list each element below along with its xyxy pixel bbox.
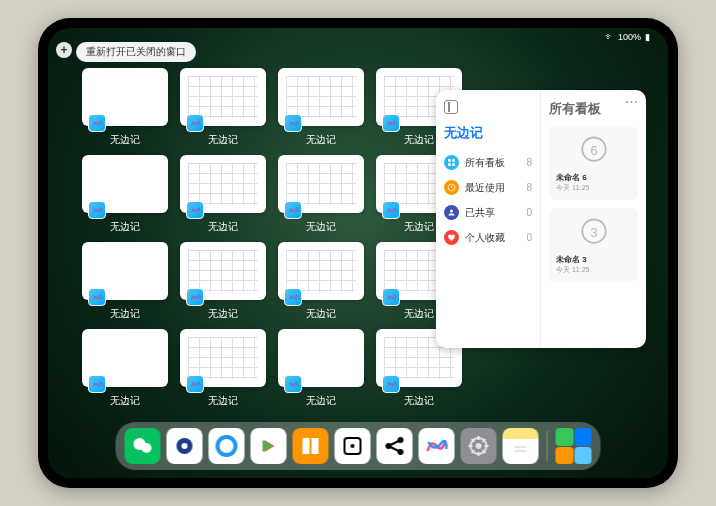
sketch-preview: 3 bbox=[575, 215, 613, 251]
sidebar-toggle-icon[interactable] bbox=[444, 100, 458, 114]
freeform-icon bbox=[382, 114, 400, 132]
sidebar-item[interactable]: 个人收藏0 bbox=[444, 225, 532, 250]
app-expose-grid: 无边记无边记无边记无边记无边记无边记无边记无边记无边记无边记无边记无边记无边记无… bbox=[82, 68, 462, 408]
freeform-icon bbox=[382, 288, 400, 306]
people-icon bbox=[444, 205, 459, 220]
freeform-icon bbox=[88, 375, 106, 393]
dock-app-freeform[interactable] bbox=[419, 428, 455, 464]
reopen-label: 重新打开已关闭的窗口 bbox=[86, 45, 186, 59]
thumbnail-preview bbox=[82, 68, 168, 126]
sidebar-item[interactable]: 已共享0 bbox=[444, 200, 532, 225]
svg-point-14 bbox=[218, 437, 236, 455]
window-thumbnail[interactable]: 无边记 bbox=[278, 68, 364, 147]
thumbnail-preview bbox=[82, 155, 168, 213]
dock-separator bbox=[547, 431, 548, 461]
add-button[interactable]: + bbox=[56, 42, 72, 58]
item-count: 8 bbox=[526, 182, 532, 193]
battery-label: 100% bbox=[618, 32, 641, 42]
thumbnail-preview bbox=[278, 329, 364, 387]
svg-text:3: 3 bbox=[590, 226, 597, 240]
dock-app-wechat[interactable] bbox=[125, 428, 161, 464]
svg-point-13 bbox=[182, 443, 188, 449]
dock-app-books[interactable] bbox=[293, 428, 329, 464]
thumbnail-preview bbox=[180, 242, 266, 300]
window-thumbnail[interactable]: 无边记 bbox=[82, 68, 168, 147]
window-thumbnail[interactable]: 无边记 bbox=[82, 329, 168, 408]
dock-app-youku[interactable] bbox=[251, 428, 287, 464]
dock-app-dice[interactable] bbox=[335, 428, 371, 464]
card-subtitle: 今天 11:25 bbox=[556, 265, 589, 275]
item-label: 所有看板 bbox=[465, 156, 505, 170]
screen: ᯤ 100% ▮ + 重新打开已关闭的窗口 无边记无边记无边记无边记无边记无边记… bbox=[48, 28, 668, 478]
svg-rect-2 bbox=[448, 163, 451, 166]
window-label: 无边记 bbox=[110, 220, 140, 234]
dock-app-notes[interactable] bbox=[503, 428, 539, 464]
board-card[interactable]: 6未命名 6今天 11:25 bbox=[549, 126, 638, 200]
window-label: 无边记 bbox=[306, 307, 336, 321]
freeform-icon bbox=[88, 201, 106, 219]
heart-icon bbox=[444, 230, 459, 245]
wifi-icon: ᯤ bbox=[605, 32, 614, 42]
window-label: 无边记 bbox=[404, 394, 434, 408]
freeform-icon bbox=[186, 201, 204, 219]
window-label: 无边记 bbox=[110, 307, 140, 321]
thumbnail-preview bbox=[180, 329, 266, 387]
clock-icon bbox=[444, 180, 459, 195]
freeform-icon bbox=[186, 288, 204, 306]
ipad-device: ᯤ 100% ▮ + 重新打开已关闭的窗口 无边记无边记无边记无边记无边记无边记… bbox=[38, 18, 678, 488]
window-thumbnail[interactable]: 无边记 bbox=[82, 155, 168, 234]
svg-point-5 bbox=[450, 210, 453, 213]
dock bbox=[116, 422, 601, 470]
sidebar-item[interactable]: 最近使用8 bbox=[444, 175, 532, 200]
board-card[interactable]: 3未命名 3今天 11:25 bbox=[549, 208, 638, 282]
thumbnail-preview bbox=[82, 242, 168, 300]
dock-app-qq-browser[interactable] bbox=[209, 428, 245, 464]
window-label: 无边记 bbox=[404, 133, 434, 147]
window-thumbnail[interactable]: 无边记 bbox=[180, 155, 266, 234]
window-label: 无边记 bbox=[110, 133, 140, 147]
more-icon[interactable]: ⋯ bbox=[625, 94, 638, 109]
dock-app-settings[interactable] bbox=[461, 428, 497, 464]
window-thumbnail[interactable]: 无边记 bbox=[278, 155, 364, 234]
card-subtitle: 今天 11:25 bbox=[556, 183, 589, 193]
panel-left: 无边记 所有看板8最近使用8已共享0个人收藏0 bbox=[436, 90, 541, 348]
item-count: 0 bbox=[526, 207, 532, 218]
freeform-icon bbox=[284, 375, 302, 393]
window-label: 无边记 bbox=[208, 307, 238, 321]
panel-left-title: 无边记 bbox=[444, 124, 532, 142]
item-label: 个人收藏 bbox=[465, 231, 505, 245]
svg-rect-1 bbox=[452, 159, 455, 162]
reopen-closed-window-button[interactable]: 重新打开已关闭的窗口 bbox=[76, 42, 196, 62]
app-library-icon[interactable] bbox=[556, 428, 592, 464]
thumbnail-preview bbox=[82, 329, 168, 387]
item-label: 最近使用 bbox=[465, 181, 505, 195]
window-thumbnail[interactable]: 无边记 bbox=[82, 242, 168, 321]
svg-text:6: 6 bbox=[590, 144, 597, 158]
window-thumbnail[interactable]: 无边记 bbox=[278, 329, 364, 408]
window-thumbnail[interactable]: 无边记 bbox=[180, 329, 266, 408]
window-thumbnail[interactable]: 无边记 bbox=[278, 242, 364, 321]
svg-point-16 bbox=[351, 444, 355, 448]
panel-right: ⋯ 所有看板 6未命名 6今天 11:253未命名 3今天 11:25 bbox=[541, 90, 646, 348]
thumbnail-preview bbox=[278, 242, 364, 300]
thumbnail-preview bbox=[180, 68, 266, 126]
sidebar-panel: 无边记 所有看板8最近使用8已共享0个人收藏0 ⋯ 所有看板 6未命名 6今天 … bbox=[436, 90, 646, 348]
window-label: 无边记 bbox=[208, 394, 238, 408]
freeform-icon bbox=[284, 288, 302, 306]
sidebar-item[interactable]: 所有看板8 bbox=[444, 150, 532, 175]
svg-point-21 bbox=[476, 443, 482, 449]
freeform-icon bbox=[88, 114, 106, 132]
item-count: 8 bbox=[526, 157, 532, 168]
dock-app-share[interactable] bbox=[377, 428, 413, 464]
window-label: 无边记 bbox=[404, 220, 434, 234]
freeform-icon bbox=[284, 114, 302, 132]
card-title: 未命名 3 bbox=[556, 254, 587, 265]
grid-icon bbox=[444, 155, 459, 170]
window-label: 无边记 bbox=[110, 394, 140, 408]
freeform-icon bbox=[382, 201, 400, 219]
freeform-icon bbox=[284, 201, 302, 219]
sketch-preview: 6 bbox=[575, 133, 613, 169]
window-thumbnail[interactable]: 无边记 bbox=[180, 68, 266, 147]
dock-app-quark[interactable] bbox=[167, 428, 203, 464]
window-thumbnail[interactable]: 无边记 bbox=[180, 242, 266, 321]
